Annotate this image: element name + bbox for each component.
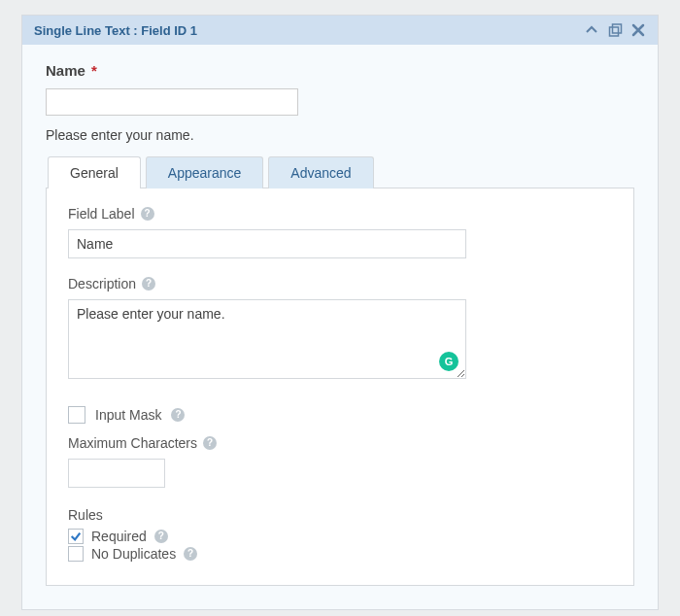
required-asterisk: * — [91, 62, 97, 79]
input-mask-label: Input Mask — [95, 407, 161, 423]
settings-tabs: General Appearance Advanced — [48, 156, 634, 188]
tab-general-content: Field Label ? Description ? Please enter… — [46, 188, 634, 586]
help-icon[interactable]: ? — [184, 547, 197, 561]
preview-field-label: Name * — [46, 62, 634, 79]
panel-body: Name * Please enter your name. General A… — [22, 45, 658, 609]
required-checkbox[interactable] — [68, 529, 84, 544]
tab-appearance[interactable]: Appearance — [146, 156, 264, 188]
field-label-caption: Field Label — [68, 206, 135, 222]
max-chars-row: Maximum Characters ? — [68, 435, 612, 451]
description-caption-row: Description ? — [68, 276, 612, 291]
panel-header-actions — [584, 22, 646, 38]
field-editor-panel: Single Line Text : Field ID 1 Name * Ple… — [21, 15, 659, 610]
panel-header: Single Line Text : Field ID 1 — [22, 16, 658, 45]
help-icon[interactable]: ? — [203, 436, 217, 450]
help-icon[interactable]: ? — [142, 277, 155, 291]
help-icon[interactable]: ? — [171, 408, 185, 422]
input-mask-checkbox[interactable] — [68, 406, 85, 424]
noduplicates-checkbox[interactable] — [68, 546, 84, 562]
description-caption: Description — [68, 276, 136, 291]
collapse-icon[interactable] — [584, 22, 599, 38]
rule-required-row: Required ? — [68, 529, 612, 544]
rule-noduplicates-row: No Duplicates ? — [68, 546, 612, 562]
max-chars-label: Maximum Characters — [68, 435, 197, 451]
tab-general[interactable]: General — [48, 156, 141, 188]
preview-description: Please enter your name. — [46, 127, 634, 143]
rules-caption: Rules — [68, 507, 612, 523]
close-icon[interactable] — [630, 22, 646, 38]
field-label-input[interactable] — [68, 229, 466, 258]
svg-rect-0 — [609, 27, 618, 36]
rule-required-label: Required — [91, 529, 147, 544]
panel-title: Single Line Text : Field ID 1 — [34, 23, 197, 38]
svg-rect-1 — [612, 24, 621, 33]
max-chars-input[interactable] — [68, 459, 165, 488]
help-icon[interactable]: ? — [141, 207, 154, 221]
tab-advanced[interactable]: Advanced — [268, 156, 373, 188]
grammarly-icon[interactable]: G — [439, 352, 459, 371]
duplicate-icon[interactable] — [607, 22, 623, 38]
rule-noduplicates-label: No Duplicates — [91, 546, 176, 562]
help-icon[interactable]: ? — [154, 530, 168, 543]
preview-text-input[interactable] — [46, 88, 298, 116]
field-label-caption-row: Field Label ? — [68, 206, 612, 222]
description-textarea[interactable]: Please enter your name. — [68, 299, 466, 379]
input-mask-row: Input Mask ? — [68, 406, 612, 424]
preview-label-text: Name — [46, 62, 85, 79]
